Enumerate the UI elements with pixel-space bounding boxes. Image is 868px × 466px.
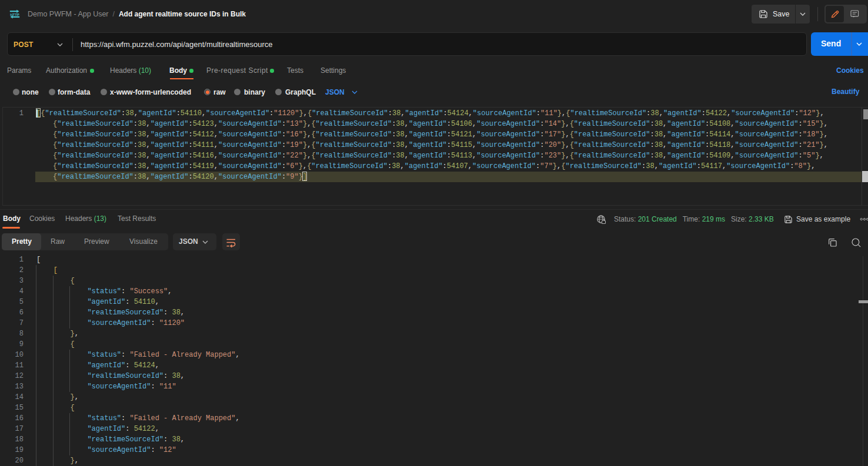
svg-text:HTTP: HTTP [10, 12, 19, 16]
